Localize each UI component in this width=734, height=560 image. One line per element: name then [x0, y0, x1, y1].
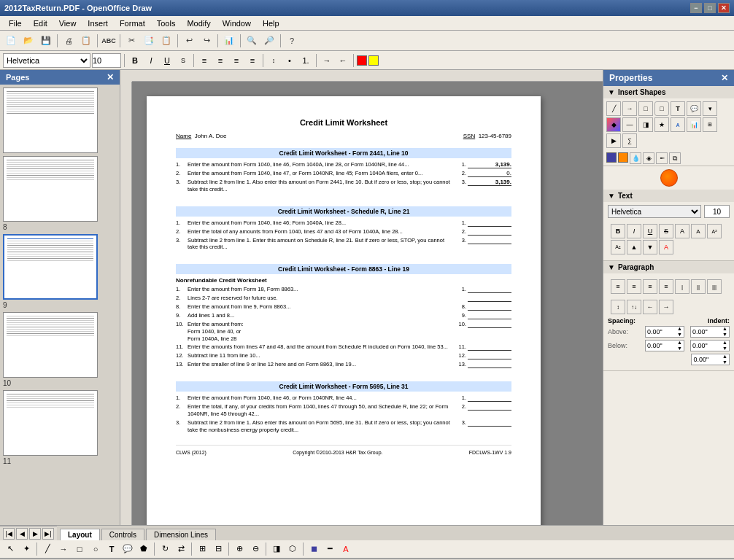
- props-bold-button[interactable]: B: [611, 224, 625, 238]
- properties-close-button[interactable]: ✕: [721, 73, 728, 83]
- line-color-button[interactable]: ╾: [656, 152, 668, 164]
- align-justify-button[interactable]: ≡: [245, 53, 260, 68]
- rect-tool-button[interactable]: □: [638, 101, 653, 116]
- props-font-size[interactable]: [704, 205, 730, 218]
- above-up-button[interactable]: ▲: [677, 326, 682, 332]
- redo-button[interactable]: ↪: [198, 33, 215, 49]
- page-thumb-8[interactable]: 8: [3, 156, 117, 231]
- above-down-button[interactable]: ▼: [677, 332, 682, 338]
- right-up-button[interactable]: ▲: [722, 354, 727, 359]
- line-tool-button[interactable]: ╱: [606, 101, 621, 116]
- menu-help[interactable]: Help: [257, 18, 285, 29]
- menu-insert[interactable]: Insert: [82, 18, 114, 29]
- fill-area-button[interactable]: ◼: [306, 542, 321, 556]
- arrow-tool-button[interactable]: →: [622, 101, 637, 116]
- chart-insert-button[interactable]: 📊: [687, 117, 701, 132]
- paste-button[interactable]: 📋: [158, 33, 174, 49]
- props-shadow-text-button[interactable]: A: [675, 224, 689, 238]
- pdf-button[interactable]: 📋: [78, 33, 94, 49]
- print-button[interactable]: 🖨: [61, 33, 77, 49]
- prev-page-button[interactable]: ◀: [16, 528, 28, 540]
- indent-decrease-button[interactable]: ←: [643, 300, 657, 314]
- para-column-3-button[interactable]: |||: [707, 279, 722, 294]
- below-down-button[interactable]: ▼: [677, 346, 682, 351]
- point-tool-button[interactable]: ✦: [19, 542, 34, 556]
- new-button[interactable]: 📄: [3, 33, 19, 49]
- font-color-swatch[interactable]: [357, 55, 367, 66]
- left-up-button[interactable]: ▲: [722, 340, 727, 346]
- bold-button[interactable]: B: [128, 53, 142, 68]
- last-page-button[interactable]: ▶|: [42, 528, 54, 540]
- tab-layout[interactable]: Layout: [60, 529, 100, 540]
- props-underline-button[interactable]: U: [643, 224, 657, 238]
- align-left-button[interactable]: ≡: [197, 53, 212, 68]
- indent-left-spinner[interactable]: 0.00" ▲ ▼: [690, 340, 730, 351]
- para-align-justify-button[interactable]: ≡: [659, 279, 673, 294]
- line-spacing-decrease-button[interactable]: ↑↓: [627, 300, 641, 314]
- shadow-style-button[interactable]: ◨: [638, 117, 653, 132]
- first-down-button[interactable]: ▼: [722, 332, 727, 338]
- page-thumb-10[interactable]: 10: [3, 312, 117, 387]
- increase-indent-button[interactable]: →: [320, 53, 334, 68]
- para-align-right-button[interactable]: ≡: [643, 279, 657, 294]
- zoom-in-button[interactable]: 🔍: [244, 33, 260, 49]
- area-fill-button[interactable]: ◈: [643, 152, 654, 164]
- zoom-out-button[interactable]: 🔎: [261, 33, 277, 49]
- line-color-draw-button[interactable]: ━: [322, 542, 337, 556]
- menu-view[interactable]: View: [53, 18, 82, 29]
- shadow-button[interactable]: S: [176, 53, 190, 68]
- line-style-button[interactable]: —: [622, 117, 637, 132]
- draw-line-button[interactable]: ╱: [40, 542, 55, 556]
- line-spacing-button[interactable]: ↕: [266, 53, 281, 68]
- para-align-left-button[interactable]: ≡: [611, 279, 625, 294]
- extrude-button[interactable]: ⬡: [285, 542, 300, 556]
- save-button[interactable]: 💾: [38, 33, 54, 49]
- cut-button[interactable]: ✂: [123, 33, 139, 49]
- above-spinner[interactable]: 0.00" ▲ ▼: [645, 326, 684, 338]
- open-button[interactable]: 📂: [20, 33, 36, 49]
- word-art-button[interactable]: A: [671, 117, 685, 132]
- undo-button[interactable]: ↩: [181, 33, 197, 49]
- draw-ellipse-button[interactable]: ○: [88, 542, 103, 556]
- text-section-header[interactable]: ▼ Text: [603, 190, 734, 202]
- insert-shapes-header[interactable]: ▼ Insert Shapes: [603, 86, 734, 98]
- line-spacing-normal-button[interactable]: ↕: [611, 300, 625, 314]
- font-color-draw-button[interactable]: A: [339, 542, 353, 556]
- align-objects-button[interactable]: ⊞: [195, 542, 209, 556]
- indent-increase-button[interactable]: →: [659, 300, 673, 314]
- chart-button[interactable]: 📊: [221, 33, 237, 49]
- menu-file[interactable]: File: [3, 18, 28, 29]
- left-down-button[interactable]: ▼: [722, 346, 727, 351]
- font-selector[interactable]: Helvetica: [3, 53, 90, 68]
- tab-dimension-lines[interactable]: Dimension Lines: [146, 529, 216, 540]
- right-down-button[interactable]: ▼: [722, 359, 727, 365]
- props-italic-button[interactable]: I: [627, 224, 641, 238]
- props-superscript-button[interactable]: A²: [707, 224, 722, 238]
- pages-close-button[interactable]: ✕: [107, 72, 114, 82]
- close-button[interactable]: ✕: [718, 3, 730, 13]
- rotate-button[interactable]: ↻: [158, 542, 172, 556]
- minimize-button[interactable]: −: [690, 3, 702, 13]
- indent-first-spinner[interactable]: 0.00" ▲ ▼: [690, 326, 730, 338]
- distribute-button[interactable]: ⊟: [211, 542, 225, 556]
- first-up-button[interactable]: ▲: [722, 326, 727, 332]
- paragraph-section-header[interactable]: ▼ Paragraph: [603, 261, 734, 273]
- page-thumb-11[interactable]: 11: [3, 390, 117, 465]
- shadow-draw-button[interactable]: ◨: [269, 542, 284, 556]
- indent-right-spinner[interactable]: 0.00" ▲ ▼: [691, 354, 730, 365]
- maximize-button[interactable]: □: [704, 3, 716, 13]
- underline-button[interactable]: U: [160, 53, 174, 68]
- props-outline-button[interactable]: A: [691, 224, 706, 238]
- draw-shapes-button[interactable]: ⬟: [136, 542, 151, 556]
- effect-button[interactable]: ★: [654, 117, 669, 132]
- align-right-button[interactable]: ≡: [229, 53, 244, 68]
- ungroup-button[interactable]: ⊖: [248, 542, 263, 556]
- menu-tools[interactable]: Tools: [151, 18, 182, 29]
- group-button[interactable]: ⊕: [232, 542, 247, 556]
- help-button[interactable]: ?: [284, 33, 300, 49]
- draw-callout-button[interactable]: 💬: [120, 542, 135, 556]
- menu-window[interactable]: Window: [217, 18, 257, 29]
- canvas-area[interactable]: Credit Limit Worksheet Name John A. Doe …: [120, 70, 603, 525]
- draw-arrow-button[interactable]: →: [56, 542, 71, 556]
- shape-line-swatch[interactable]: [618, 152, 628, 163]
